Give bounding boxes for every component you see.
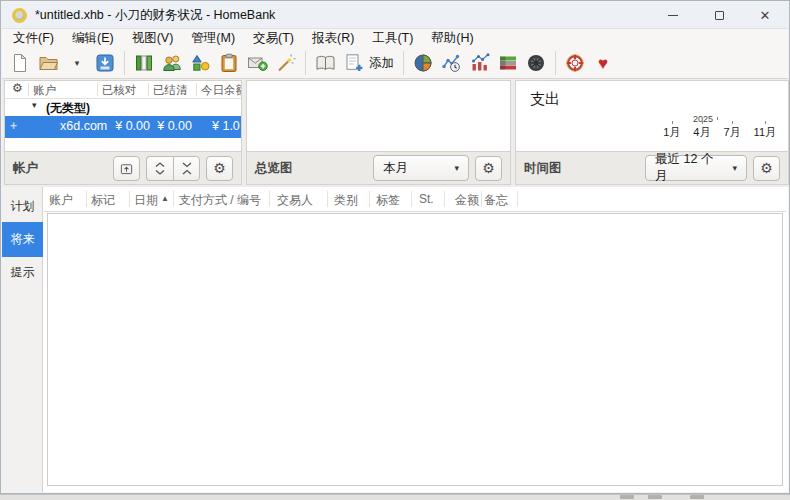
overview-footer: 总览图 本月 ▾ ⚙ xyxy=(247,151,510,184)
col-account[interactable]: 账户 xyxy=(33,83,56,98)
open-folder-icon xyxy=(38,53,59,73)
show-all-accounts-button[interactable] xyxy=(113,156,140,181)
stats-bars-icon xyxy=(470,53,490,73)
budget-clipboard-icon xyxy=(219,53,239,73)
account-row[interactable]: + x6d.com ¥ 0.00 ¥ 0.00 ¥ 1.0 xyxy=(5,116,241,138)
open-list-icon xyxy=(120,162,133,175)
manage-budget-button[interactable] xyxy=(215,50,243,77)
show-transactions-button[interactable] xyxy=(311,50,340,77)
col-amount[interactable]: 金额 xyxy=(452,192,479,209)
assignments-mail-icon xyxy=(247,53,268,73)
screen: *untitled.xhb - 小刀的财务状况 - HomeBank ✕ 文件(… xyxy=(0,0,790,500)
tab-remind[interactable]: 提示 xyxy=(2,260,43,285)
time-settings-button[interactable]: ⚙ xyxy=(753,156,780,181)
gear-icon: ⚙ xyxy=(213,161,226,175)
add-transaction-button[interactable]: 添加 xyxy=(340,50,398,77)
col-today[interactable]: 今日余额 xyxy=(201,83,241,98)
menu-manage[interactable]: 管理(M) xyxy=(182,29,244,48)
menu-help[interactable]: 帮助(H) xyxy=(422,29,482,48)
trendtime-report-button[interactable] xyxy=(437,50,466,77)
col-payment[interactable]: 支付方式 / 编号 xyxy=(179,192,261,209)
axis-year-label: 2025 xyxy=(693,114,713,124)
maximize-button[interactable] xyxy=(696,2,742,28)
col-memo[interactable]: 备忘 xyxy=(484,192,508,209)
account-status-icon: + xyxy=(10,119,17,133)
axis-tick-label: 1月 xyxy=(663,125,680,140)
account-reconciled-amount: ¥ 0.00 xyxy=(115,119,150,133)
tab-future[interactable]: 将来 xyxy=(2,222,43,257)
statistics-report-button[interactable] xyxy=(409,50,437,77)
overview-chart-area xyxy=(247,81,510,151)
window-controls: ✕ xyxy=(650,2,788,28)
manage-accounts-button[interactable] xyxy=(130,50,158,77)
add-transaction-icon xyxy=(344,53,364,73)
categories-shapes-icon xyxy=(191,53,211,73)
gear-icon: ⚙ xyxy=(482,161,495,175)
open-file-button[interactable] xyxy=(34,50,63,77)
collapse-all-icon xyxy=(181,162,193,175)
col-cleared[interactable]: 已结清 xyxy=(153,83,188,98)
save-button[interactable] xyxy=(91,50,119,77)
menu-tools[interactable]: 工具(T) xyxy=(363,29,422,48)
auto-assign-button[interactable] xyxy=(272,50,300,77)
col-status[interactable]: St. xyxy=(419,192,434,206)
budget-report-button[interactable] xyxy=(494,50,522,77)
column-settings-icon[interactable]: ⚙ xyxy=(12,82,23,94)
overview-footer-label: 总览图 xyxy=(255,160,293,177)
menu-edit[interactable]: 编辑(E) xyxy=(63,29,123,48)
time-range-value: 最近 12 个月 xyxy=(655,151,724,185)
col-category[interactable]: 类别 xyxy=(334,192,358,209)
add-transaction-label: 添加 xyxy=(369,55,394,72)
manage-assignments-button[interactable] xyxy=(243,50,272,77)
col-account[interactable]: 账户 xyxy=(49,192,73,209)
accounts-list-header[interactable]: ⚙ 账户 已核对 已结清 今日余额 xyxy=(5,81,241,99)
overview-settings-button[interactable]: ⚙ xyxy=(475,156,502,181)
col-date[interactable]: 日期 xyxy=(134,192,158,209)
account-today-amount: ¥ 1.0 xyxy=(212,119,240,133)
menu-file[interactable]: 文件(F) xyxy=(4,29,63,48)
stacked-bars-icon xyxy=(498,53,518,73)
open-recent-dropdown[interactable]: ▾ xyxy=(63,50,91,77)
collapse-triangle-icon[interactable]: ▾ xyxy=(32,100,37,110)
help-button[interactable] xyxy=(561,50,589,77)
new-file-button[interactable] xyxy=(6,50,34,77)
taskbar-edge xyxy=(0,494,790,500)
life-ring-icon xyxy=(565,53,585,73)
manage-payees-button[interactable] xyxy=(158,50,187,77)
close-icon: ✕ xyxy=(760,8,771,23)
title-bar[interactable]: *untitled.xhb - 小刀的财务状况 - HomeBank ✕ xyxy=(2,2,788,29)
manage-categories-button[interactable] xyxy=(187,50,215,77)
donate-button[interactable]: ♥ xyxy=(589,50,617,77)
homebank-app-icon xyxy=(12,8,27,23)
col-payee[interactable]: 交易人 xyxy=(277,192,313,209)
axis-tick-label: 4月 xyxy=(693,125,710,140)
accounts-list: ⚙ 账户 已核对 已结清 今日余额 ▾ (无类型) + x6d.com xyxy=(5,81,241,151)
account-group-label: (无类型) xyxy=(46,100,90,117)
menu-view[interactable]: 视图(V) xyxy=(123,29,183,48)
toolbar-separator xyxy=(555,51,556,75)
time-range-select[interactable]: 最近 12 个月 ▾ xyxy=(645,155,747,181)
transactions-header-row: 账户 标记 日期 ▲ 支付方式 / 编号 交易人 类别 标签 St. 金额 备忘 xyxy=(44,187,786,212)
time-chart-area: 支出 2025 1月 4月 7月 11月 xyxy=(516,81,788,151)
col-flag[interactable]: 标记 xyxy=(91,192,115,209)
collapse-all-button[interactable] xyxy=(173,156,200,181)
expand-all-button[interactable] xyxy=(146,156,173,181)
transactions-table-body[interactable] xyxy=(47,213,783,486)
close-button[interactable]: ✕ xyxy=(742,2,788,28)
expand-collapse-buttons xyxy=(146,156,200,181)
accounts-settings-button[interactable]: ⚙ xyxy=(206,156,233,181)
minimize-button[interactable] xyxy=(650,2,696,28)
tab-scheduled[interactable]: 计划 xyxy=(2,194,43,219)
overview-range-select[interactable]: 本月 ▾ xyxy=(373,155,469,181)
menu-transactions[interactable]: 交易(T) xyxy=(244,29,303,48)
vertical-tab-strip: 计划 将来 提示 xyxy=(2,187,43,492)
magic-wand-icon xyxy=(276,53,296,73)
col-tags[interactable]: 标签 xyxy=(376,192,400,209)
balance-report-button[interactable] xyxy=(466,50,494,77)
col-reconciled[interactable]: 已核对 xyxy=(102,83,137,98)
chevron-down-icon: ▾ xyxy=(732,163,737,173)
vehicle-cost-button[interactable] xyxy=(522,50,550,77)
account-group-row[interactable]: ▾ (无类型) xyxy=(5,99,241,116)
sort-ascending-icon: ▲ xyxy=(161,194,169,203)
menu-reports[interactable]: 报表(R) xyxy=(303,29,363,48)
